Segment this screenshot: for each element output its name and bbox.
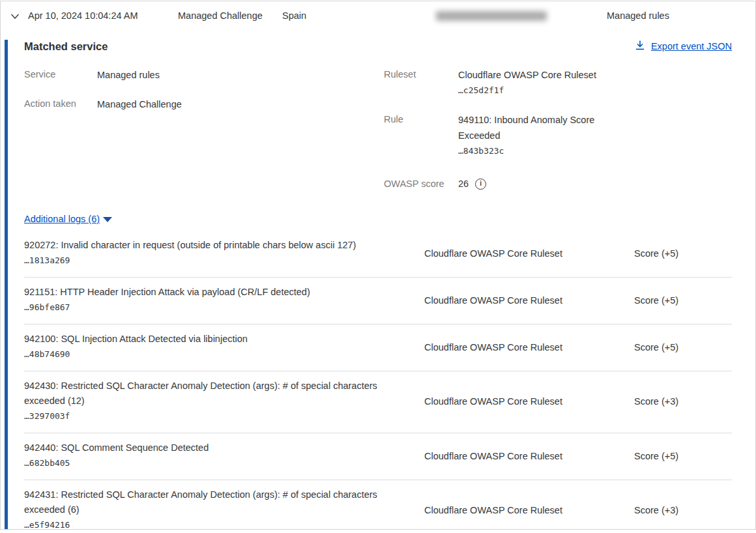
- additional-logs-toggle[interactable]: Additional logs (6): [24, 214, 112, 224]
- ruleset-hash: …c25d2f1f: [458, 83, 621, 98]
- log-rule-hash: …96bfe867: [24, 300, 409, 315]
- download-icon: [635, 40, 645, 53]
- redacted-ray-id: [436, 11, 547, 21]
- log-ruleset-cell: Cloudflare OWASP Core Ruleset: [424, 451, 634, 461]
- log-rule-name-cell: 942100: SQL Injection Attack Detected vi…: [24, 332, 424, 362]
- rule-hash: …843b323c: [458, 143, 621, 159]
- log-row: 920272: Invalid character in request (ou…: [24, 231, 732, 278]
- log-rule-name: 942440: SQL Comment Sequence Detected: [24, 440, 409, 455]
- log-rule-name: 920272: Invalid character in request (ou…: [24, 238, 409, 253]
- event-service: Managed rules: [607, 10, 669, 21]
- log-score-cell: Score (+5): [634, 248, 732, 259]
- log-rule-name: 921151: HTTP Header Injection Attack via…: [24, 285, 409, 300]
- info-icon[interactable]: i: [475, 179, 486, 190]
- log-row: 942100: SQL Injection Attack Detected vi…: [24, 324, 732, 371]
- detail-title: Matched service: [24, 40, 108, 53]
- rule-field-value: 949110: Inbound Anomaly Score Exceeded ……: [458, 112, 621, 159]
- log-rule-name-cell: 942431: Restricted SQL Character Anomaly…: [24, 487, 424, 530]
- additional-logs-label: Additional logs (6): [24, 214, 100, 224]
- action-taken-field-value: Managed Challenge: [97, 96, 260, 112]
- log-rule-name: 942430: Restricted SQL Character Anomaly…: [24, 379, 409, 409]
- event-timestamp: Apr 10, 2024 10:04:24 AM: [28, 10, 138, 21]
- ruleset-field-value: Cloudflare OWASP Core Ruleset …c25d2f1f: [458, 67, 621, 98]
- security-event-panel: Apr 10, 2024 10:04:24 AM Managed Challen…: [0, 1, 756, 530]
- log-score-cell: Score (+5): [634, 295, 732, 306]
- log-rule-name-cell: 942430: Restricted SQL Character Anomaly…: [24, 379, 424, 424]
- owasp-score-label: OWASP score: [384, 177, 458, 191]
- log-rule-name-cell: 920272: Invalid character in request (ou…: [24, 238, 424, 268]
- event-action: Managed Challenge: [178, 10, 263, 21]
- log-rule-name: 942100: SQL Injection Attack Detected vi…: [24, 332, 409, 347]
- ruleset-field-label: Ruleset: [384, 67, 458, 98]
- log-rule-hash: …1813a269: [24, 253, 409, 268]
- log-rule-hash: …682bb405: [24, 455, 409, 471]
- rule-name: 949110: Inbound Anomaly Score Exceeded: [458, 112, 621, 143]
- caret-down-icon: [103, 217, 112, 222]
- log-score-cell: Score (+5): [634, 342, 732, 353]
- event-detail-expanded: Matched service Export event JSON Servic…: [1, 38, 755, 530]
- log-rule-name: 942431: Restricted SQL Character Anomaly…: [24, 487, 409, 517]
- export-link-label: Export event JSON: [651, 41, 732, 51]
- log-rule-name-cell: 921151: HTTP Header Injection Attack via…: [24, 285, 424, 315]
- chevron-down-icon[interactable]: [9, 10, 21, 22]
- log-rule-hash: …3297003f: [24, 409, 409, 424]
- event-country: Spain: [282, 10, 306, 21]
- log-rule-hash: …48b74690: [24, 347, 409, 362]
- action-taken-field-label: Action taken: [24, 96, 97, 112]
- log-row: 942440: SQL Comment Sequence Detected …6…: [24, 433, 732, 480]
- ruleset-name: Cloudflare OWASP Core Ruleset: [458, 67, 621, 83]
- log-ruleset-cell: Cloudflare OWASP Core Ruleset: [424, 295, 634, 306]
- log-ruleset-cell: Cloudflare OWASP Core Ruleset: [424, 342, 634, 353]
- rule-field-label: Rule: [384, 112, 458, 159]
- service-field-label: Service: [24, 67, 97, 83]
- log-score-cell: Score (+5): [634, 451, 732, 461]
- additional-logs-table: 920272: Invalid character in request (ou…: [24, 231, 732, 530]
- log-score-cell: Score (+3): [634, 505, 732, 515]
- log-row: 921151: HTTP Header Injection Attack via…: [24, 278, 732, 324]
- export-event-json-link[interactable]: Export event JSON: [635, 40, 732, 53]
- log-rule-hash: …e5f94216: [24, 517, 409, 530]
- log-ruleset-cell: Cloudflare OWASP Core Ruleset: [424, 248, 634, 259]
- log-rule-name-cell: 942440: SQL Comment Sequence Detected …6…: [24, 440, 424, 471]
- log-ruleset-cell: Cloudflare OWASP Core Ruleset: [424, 396, 634, 407]
- log-ruleset-cell: Cloudflare OWASP Core Ruleset: [424, 505, 634, 515]
- log-score-cell: Score (+3): [634, 396, 732, 407]
- selected-row-accent-bar: [5, 40, 8, 530]
- log-row: 942431: Restricted SQL Character Anomaly…: [24, 480, 732, 530]
- owasp-score-value: 26: [458, 177, 469, 191]
- event-summary-row[interactable]: Apr 10, 2024 10:04:24 AM Managed Challen…: [1, 1, 755, 30]
- service-field-value: Managed rules: [97, 67, 260, 83]
- log-row: 942430: Restricted SQL Character Anomaly…: [24, 371, 732, 433]
